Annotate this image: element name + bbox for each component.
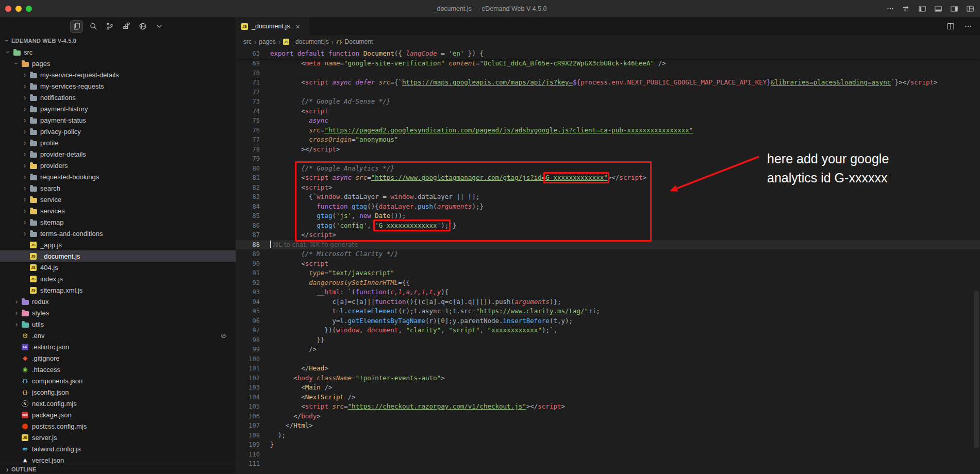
folder-item-service[interactable]: service bbox=[0, 194, 236, 205]
code-line-107[interactable]: 107 </Html> bbox=[236, 421, 980, 431]
file-item-404.js[interactable]: JS404.js bbox=[0, 262, 236, 273]
code-line-99[interactable]: 99 /> bbox=[236, 345, 980, 354]
line-content[interactable]: <script bbox=[270, 259, 980, 269]
code-line-101[interactable]: 101 </Head> bbox=[236, 364, 980, 374]
extensions-icon[interactable] bbox=[120, 20, 132, 33]
line-content[interactable]: </body> bbox=[270, 412, 980, 421]
line-content[interactable] bbox=[270, 154, 980, 164]
code-line-75[interactable]: 75 async bbox=[236, 116, 980, 126]
code-line-74[interactable]: 74 <script bbox=[236, 107, 980, 116]
source-control-icon[interactable] bbox=[103, 20, 116, 33]
zoom-window-button[interactable] bbox=[26, 6, 32, 12]
line-content[interactable]: y=l.getElementsByTagName(r)[0];y.parentN… bbox=[270, 316, 980, 326]
globe-icon[interactable] bbox=[136, 20, 149, 33]
search-icon[interactable] bbox=[87, 20, 99, 33]
code-line-111[interactable]: 111 bbox=[236, 459, 980, 469]
code-line-73[interactable]: 73 {/* Google Ad-Sense */} bbox=[236, 97, 980, 107]
line-content[interactable]: {/* Microsoft Clarity */} bbox=[270, 249, 980, 259]
code-line-88[interactable]: 88⌘L to chat, ⌘K to generate bbox=[236, 240, 980, 250]
code-line-105[interactable]: 105 <script src="https://checkout.razorp… bbox=[236, 402, 980, 412]
line-content[interactable]: })(window, document, "clarity", "script"… bbox=[270, 326, 980, 335]
code-line-110[interactable]: 110 bbox=[236, 450, 980, 460]
file-item-index.js[interactable]: JSindex.js bbox=[0, 273, 236, 284]
line-content[interactable]: <NextScript /> bbox=[270, 393, 980, 402]
breadcrumb-src[interactable]: src bbox=[243, 38, 252, 45]
file-item-components.json[interactable]: {}components.json bbox=[0, 375, 236, 386]
code-line-83[interactable]: 83 {`window.dataLayer = window.dataLayer… bbox=[236, 192, 980, 202]
folder-item-payment-history[interactable]: payment-history bbox=[0, 103, 236, 114]
line-content[interactable]: <script bbox=[270, 107, 980, 116]
scrollbar-thumb[interactable] bbox=[974, 291, 979, 448]
code-line-70[interactable]: 70 bbox=[236, 69, 980, 78]
folder-item-providers[interactable]: providers bbox=[0, 160, 236, 171]
line-content[interactable]: crossOrigin="anonymous" bbox=[270, 135, 980, 145]
code-line-106[interactable]: 106 </body> bbox=[236, 412, 980, 421]
line-content[interactable]: c[a]=c[a]||function(){(c[a].q=c[a].q||[]… bbox=[270, 297, 980, 307]
line-content[interactable]: function gtag(){dataLayer.push(arguments… bbox=[270, 202, 980, 212]
line-content[interactable]: </Html> bbox=[270, 421, 980, 431]
folder-item-styles[interactable]: styles bbox=[0, 307, 236, 318]
line-content[interactable]: <Main /> bbox=[270, 383, 980, 393]
line-content[interactable]: async bbox=[270, 116, 980, 126]
line-content[interactable]: gtag('js', new Date()); bbox=[270, 211, 980, 221]
code-line-76[interactable]: 76 src="https://pagead2.googlesyndicatio… bbox=[236, 126, 980, 136]
folder-item-search[interactable]: search bbox=[0, 182, 236, 194]
toggle-panel-right-icon[interactable] bbox=[949, 3, 960, 14]
code-line-93[interactable]: 93 __html: `(function(c,l,a,r,i,t,y){ bbox=[236, 287, 980, 297]
file-item-postcss.config.mjs[interactable]: postcss.config.mjs bbox=[0, 420, 236, 432]
folder-item-src[interactable]: src bbox=[0, 46, 236, 58]
line-content[interactable]: {/* Google Ad-Sense */} bbox=[270, 97, 980, 107]
file-item-.gitignore[interactable]: ◆.gitignore bbox=[0, 352, 236, 364]
code-line-85[interactable]: 85 gtag('js', new Date()); bbox=[236, 211, 980, 221]
line-content[interactable]: export default function Document({ langC… bbox=[270, 48, 980, 59]
line-content[interactable]: dangerouslySetInnerHTML={{ bbox=[270, 278, 980, 288]
folder-item-my-service-request-details[interactable]: my-service-request-details bbox=[0, 69, 236, 80]
line-content[interactable]: </script> bbox=[270, 230, 980, 240]
line-content[interactable] bbox=[270, 459, 980, 469]
file-item-vercel.json[interactable]: ▲vercel.json bbox=[0, 454, 236, 465]
breadcrumb-pages[interactable]: pages bbox=[259, 38, 276, 45]
line-content[interactable] bbox=[270, 354, 980, 364]
folder-item-redux[interactable]: redux bbox=[0, 296, 236, 307]
code-line-89[interactable]: 89 {/* Microsoft Clarity */} bbox=[236, 249, 980, 259]
line-content[interactable] bbox=[270, 450, 980, 460]
code-line-69[interactable]: 69 <meta name="google-site-verification"… bbox=[236, 59, 980, 69]
code-line-109[interactable]: 109} bbox=[236, 440, 980, 450]
line-content[interactable]: <script> bbox=[270, 183, 980, 193]
swap-arrows-icon[interactable] bbox=[901, 3, 912, 14]
code-line-72[interactable]: 72 bbox=[236, 88, 980, 97]
folder-item-pages[interactable]: pages bbox=[0, 58, 236, 69]
line-content[interactable]: ); bbox=[270, 431, 980, 441]
file-item-package.json[interactable]: npmpackage.json bbox=[0, 409, 236, 420]
more-actions-icon[interactable] bbox=[885, 3, 896, 14]
code-line-104[interactable]: 104 <NextScript /> bbox=[236, 393, 980, 402]
minimize-window-button[interactable] bbox=[15, 6, 22, 12]
customize-layout-icon[interactable] bbox=[965, 3, 976, 14]
code-line-108[interactable]: 108 ); bbox=[236, 431, 980, 441]
file-item-jsconfig.json[interactable]: {}jsconfig.json bbox=[0, 386, 236, 398]
breadcrumb-symbol[interactable]: Document bbox=[345, 38, 373, 45]
line-content[interactable]: <meta name="google-site-verification" co… bbox=[270, 59, 980, 69]
tab-document-js[interactable]: JS _document.js × bbox=[236, 18, 309, 35]
code-line-82[interactable]: 82 <script> bbox=[236, 183, 980, 193]
code-line-91[interactable]: 91 type="text/javascript" bbox=[236, 268, 980, 278]
code-line-87[interactable]: 87 </script> bbox=[236, 230, 980, 240]
line-content[interactable]: /> bbox=[270, 345, 980, 354]
file-item-server.js[interactable]: JSserver.js bbox=[0, 432, 236, 443]
file-item-_document.js[interactable]: JS_document.js bbox=[0, 250, 236, 262]
folder-item-terms-and-conditions[interactable]: terms-and-conditions bbox=[0, 228, 236, 239]
folder-item-services[interactable]: services bbox=[0, 205, 236, 216]
folder-item-my-services-requests[interactable]: my-services-requests bbox=[0, 80, 236, 92]
folder-item-utils[interactable]: utils bbox=[0, 318, 236, 330]
line-content[interactable]: type="text/javascript" bbox=[270, 268, 980, 278]
file-item-.env[interactable]: ⚙.env⊘ bbox=[0, 330, 236, 341]
line-content[interactable]: gtag('config', 'G-xxxxxxxxxxxxx');`} bbox=[270, 221, 980, 231]
split-editor-icon[interactable] bbox=[945, 21, 956, 32]
code-line-84[interactable]: 84 function gtag(){dataLayer.push(argume… bbox=[236, 202, 980, 212]
toggle-panel-left-icon[interactable] bbox=[917, 3, 928, 14]
line-content[interactable]: </Head> bbox=[270, 364, 980, 374]
more-actions-icon[interactable] bbox=[962, 21, 974, 32]
folder-item-profile[interactable]: profile bbox=[0, 137, 236, 148]
code-line-78[interactable]: 78 ></script> bbox=[236, 145, 980, 155]
code-editor[interactable]: 69 <meta name="google-site-verification"… bbox=[236, 48, 980, 473]
